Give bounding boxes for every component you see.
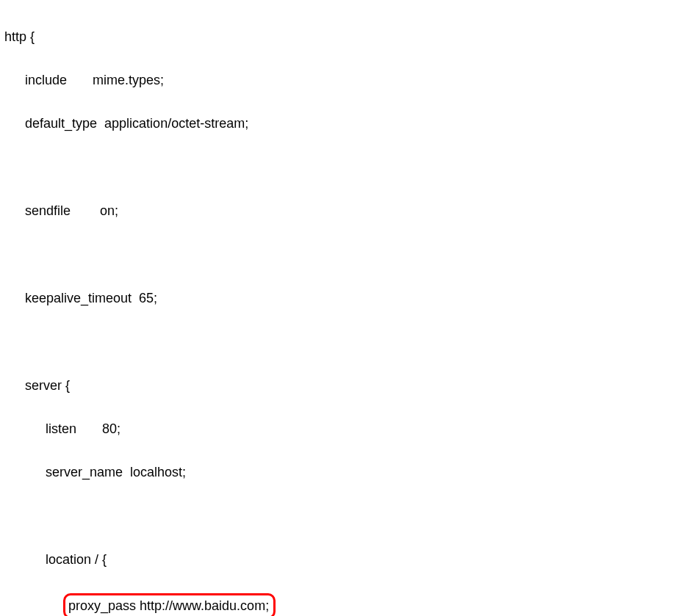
code-line: server_name localhost; [4,462,698,484]
code-line: keepalive_timeout 65; [4,288,698,310]
code-line [4,244,698,267]
highlight-box: proxy_pass http://www.baidu.com; [63,593,276,616]
nginx-config-code: http { include mime.types; default_type … [4,4,698,616]
code-line: server { [4,375,698,397]
code-line: include mime.types; [4,70,698,92]
code-line: default_type application/octet-stream; [4,113,698,135]
code-line [4,506,698,528]
code-line: http { [4,26,698,48]
code-line [4,157,698,179]
code-line: location / { [4,549,698,571]
code-line: sendfile on; [4,200,698,222]
code-line: listen 80; [4,418,698,441]
code-line [4,331,698,353]
code-line-highlighted: proxy_pass http://www.baidu.com; [4,593,698,616]
